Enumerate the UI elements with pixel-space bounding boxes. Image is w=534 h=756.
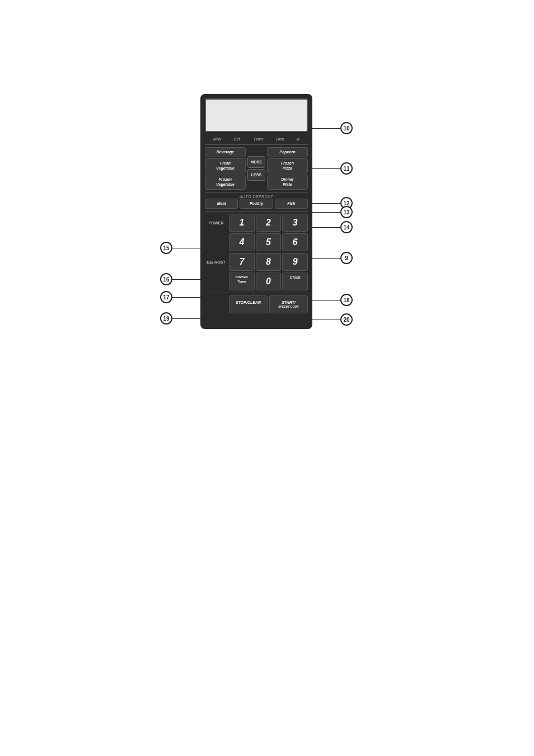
defrost-label-spacer <box>205 273 227 290</box>
num-6-button[interactable]: 6 <box>282 233 308 251</box>
start-button[interactable]: START/SPEEDY COOK <box>269 295 308 313</box>
callout-10-line <box>312 128 340 129</box>
indicator-lb: lb <box>296 137 299 141</box>
callout-19: 19 <box>160 312 200 325</box>
indicator-mw: M/W <box>213 137 221 141</box>
power-label-spacer <box>205 233 227 251</box>
meat-button[interactable]: Meat <box>205 199 238 209</box>
callout-12-line <box>312 203 340 204</box>
callout-20-num: 20 <box>340 313 353 326</box>
frozen-vegetable-button[interactable]: FrozenVegetable <box>205 175 246 190</box>
auto-defrost-section: AUTO DEFROST Meat Poultry Fish <box>205 195 308 209</box>
num-5-button[interactable]: 5 <box>256 233 282 251</box>
callout-16-line <box>172 279 200 280</box>
callout-18: 18 <box>312 294 353 306</box>
callout-13: 13 <box>312 206 353 218</box>
callout-19-line <box>172 318 200 319</box>
right-buttons: Popcorn FrozenPizza DinnerPlate <box>267 147 308 190</box>
callout-20-line <box>312 320 340 320</box>
stop-clear-button[interactable]: STOP/CLEAR <box>229 295 268 313</box>
power-label: POWER <box>205 214 227 232</box>
callout-15-line <box>172 248 200 248</box>
bottom-row: STOP/CLEAR START/SPEEDY COOK <box>205 295 308 313</box>
less-button[interactable]: LESS <box>247 169 265 181</box>
callout-9-num: 9 <box>340 252 353 264</box>
auto-cook-section: Beverage FreshVegetable FrozenVegetable … <box>205 147 308 190</box>
left-buttons: Beverage FreshVegetable FrozenVegetable <box>205 147 246 190</box>
microwave-panel: M/W Def. Timer Lock lb Beverage FreshVeg… <box>200 94 312 329</box>
page-container: M/W Def. Timer Lock lb Beverage FreshVeg… <box>0 0 534 756</box>
numpad-row-3-container: DEFROST 7 8 9 <box>205 253 308 271</box>
callout-17-line <box>172 297 200 298</box>
fish-button[interactable]: Fish <box>275 199 308 209</box>
num-1-button[interactable]: 1 <box>229 214 255 232</box>
clock-button[interactable]: Clock <box>282 273 308 290</box>
dinner-plate-button[interactable]: DinnerPlate <box>267 175 308 190</box>
kitchen-timer-button[interactable]: KitchenTimer <box>229 273 255 290</box>
callout-13-num: 13 <box>340 206 353 218</box>
display-indicators: M/W Def. Timer Lock lb <box>205 136 308 142</box>
callout-11-line <box>312 168 340 169</box>
bottom-spacer <box>205 295 227 313</box>
num-0-button[interactable]: 0 <box>256 273 282 290</box>
divider-4 <box>205 293 308 293</box>
callout-14: 14 <box>312 221 353 233</box>
callout-19-num: 19 <box>160 312 172 325</box>
callout-15: 15 <box>160 242 200 254</box>
callout-18-line <box>312 300 340 300</box>
numpad-row-4-container: KitchenTimer 0 Clock <box>205 273 308 290</box>
num-8-button[interactable]: 8 <box>256 253 282 271</box>
beverage-button[interactable]: Beverage <box>205 147 246 157</box>
callout-14-line <box>312 227 340 228</box>
callout-17: 17 <box>160 291 200 303</box>
auto-defrost-label: AUTO DEFROST <box>205 195 308 199</box>
callout-16: 16 <box>160 273 200 285</box>
num-2-button[interactable]: 2 <box>256 214 282 232</box>
callout-10: 10 <box>312 122 353 134</box>
indicator-lock: Lock <box>276 137 284 141</box>
num-4-button[interactable]: 4 <box>229 233 255 251</box>
defrost-label: DEFROST <box>205 253 227 271</box>
callout-15-num: 15 <box>160 242 172 254</box>
auto-defrost-row: Meat Poultry Fish <box>205 199 308 209</box>
callout-18-num: 18 <box>340 294 353 306</box>
frozen-pizza-button[interactable]: FrozenPizza <box>267 158 308 173</box>
callout-17-num: 17 <box>160 291 172 303</box>
callout-9-line <box>312 258 340 259</box>
display-screen <box>205 98 308 132</box>
popcorn-button[interactable]: Popcorn <box>267 147 308 157</box>
numpad-row-2-container: 4 5 6 <box>205 233 308 251</box>
callout-16-num: 16 <box>160 273 172 285</box>
divider-2 <box>205 192 308 192</box>
callout-14-num: 14 <box>340 221 353 233</box>
callout-13-line <box>312 212 340 213</box>
callout-11: 11 <box>312 162 353 175</box>
callout-10-num: 10 <box>340 122 353 134</box>
num-9-button[interactable]: 9 <box>282 253 308 271</box>
callout-20: 20 <box>312 313 353 326</box>
indicator-timer: Timer <box>254 137 264 141</box>
poultry-button[interactable]: Poultry <box>240 199 273 209</box>
callout-11-num: 11 <box>340 162 353 175</box>
indicator-def: Def. <box>234 137 241 141</box>
divider-3 <box>205 211 308 212</box>
numpad-row-1-container: POWER 1 2 3 <box>205 214 308 232</box>
num-7-button[interactable]: 7 <box>229 253 255 271</box>
divider-1 <box>205 144 308 145</box>
fresh-vegetable-button[interactable]: FreshVegetable <box>205 158 246 173</box>
callout-9: 9 <box>312 252 353 264</box>
middle-buttons: MORE LESS <box>247 147 265 190</box>
num-3-button[interactable]: 3 <box>282 214 308 232</box>
more-button[interactable]: MORE <box>247 156 265 168</box>
